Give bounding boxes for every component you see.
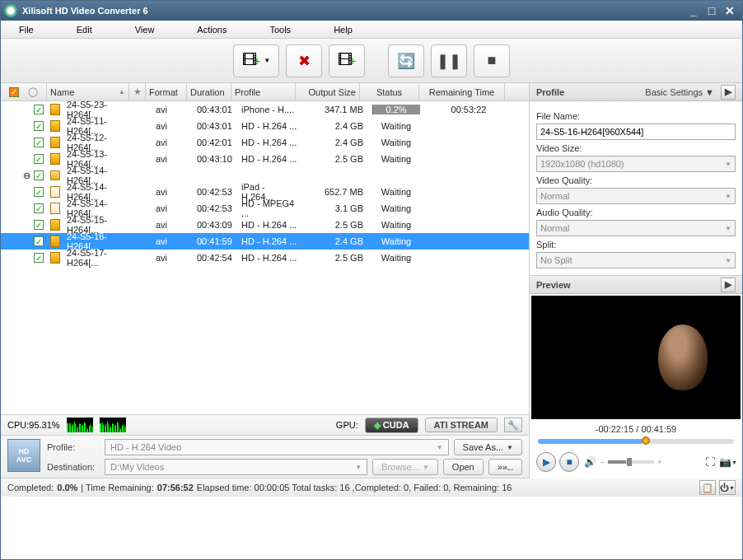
row-checkbox[interactable]: ✓ xyxy=(34,105,44,114)
gpu-ati-badge[interactable]: ATI STREAM xyxy=(425,418,498,432)
table-row[interactable]: ✓24-S5-12-H264[...avi00:42:01HD - H.264 … xyxy=(1,134,529,151)
cell-star xyxy=(136,151,152,167)
row-checkbox[interactable]: ✓ xyxy=(34,170,44,180)
row-checkbox[interactable]: ✓ xyxy=(34,236,44,246)
remove-button[interactable]: ✖ xyxy=(286,44,322,77)
cell-duration: 00:42:54 xyxy=(194,250,238,266)
col-duration[interactable]: Duration xyxy=(187,83,231,100)
cell-status: 0.2% xyxy=(367,101,426,118)
videosize-select[interactable]: 1920x1080 (hd1080) xyxy=(536,156,736,172)
stop-preview-button[interactable]: ■ xyxy=(559,452,579,472)
table-row[interactable]: ✓24-S5-23-H264[...avi00:43:01iPhone - H.… xyxy=(1,101,529,118)
tree-toggle[interactable]: ⊖ xyxy=(22,170,30,181)
stop-button[interactable]: ■ xyxy=(474,44,510,77)
cell-name: 24-S5-14-H264[... xyxy=(63,184,136,200)
skip-button[interactable]: »»⎵ xyxy=(488,459,522,475)
cell-format: avi xyxy=(152,101,194,118)
pause-button[interactable]: ❚❚ xyxy=(431,44,467,77)
cell-name: 24-S5-17-H264[... xyxy=(63,250,136,266)
table-row[interactable]: ✓24-S5-14-H264[...avi00:42:53HD - MPEG4 … xyxy=(1,200,529,217)
table-row[interactable]: ✓24-S5-16-H264[...avi00:41:59HD - H.264 … xyxy=(1,233,529,250)
profile-select[interactable]: HD - H.264 Video xyxy=(105,439,449,455)
cell-name: 24-S5-13-H264[... xyxy=(63,151,136,167)
row-checkbox[interactable]: ✓ xyxy=(34,253,44,263)
cell-star xyxy=(136,184,152,200)
close-button[interactable]: ✕ xyxy=(721,3,739,18)
col-star[interactable]: ★ xyxy=(129,83,146,100)
seek-slider[interactable] xyxy=(538,439,734,444)
col-status[interactable]: Status xyxy=(360,83,419,100)
shutdown-button[interactable]: ⏻▼ xyxy=(719,480,736,495)
cell-status xyxy=(367,167,426,184)
row-checkbox[interactable]: ✓ xyxy=(34,220,44,230)
row-checkbox[interactable]: ✓ xyxy=(34,121,44,131)
output-panel: HDAVC Profile: HD - H.264 Video Save As.… xyxy=(1,436,529,478)
table-row[interactable]: ✓24-S5-17-H264[...avi00:42:54HD - H.264 … xyxy=(1,250,529,266)
select-all-checkbox[interactable]: ✓ xyxy=(9,87,19,97)
filename-input[interactable] xyxy=(536,124,736,140)
settings-button[interactable]: 🔧 xyxy=(504,418,522,432)
destination-label: Destination: xyxy=(47,462,100,472)
row-checkbox[interactable]: ✓ xyxy=(34,154,44,164)
menu-edit[interactable]: Edit xyxy=(72,23,97,36)
convert-button[interactable]: 🔄 xyxy=(388,44,424,77)
audioquality-select[interactable]: Normal xyxy=(536,220,736,236)
snapshot-button[interactable]: 📷▼ xyxy=(721,455,736,469)
profile-expand-button[interactable]: ▶ xyxy=(721,85,736,100)
browse-button[interactable]: Browse...▼ xyxy=(372,459,438,475)
menu-help[interactable]: Help xyxy=(329,23,357,36)
table-row[interactable]: ⊖✓24-S5-14-H264[... xyxy=(1,167,529,184)
table-row[interactable]: ✓24-S5-13-H264[...avi00:43:10HD - H.264 … xyxy=(1,151,529,167)
video-preview[interactable] xyxy=(531,296,741,419)
volume-slider[interactable] xyxy=(608,460,654,464)
row-checkbox[interactable]: ✓ xyxy=(34,187,44,197)
cell-size: 3.1 GB xyxy=(302,200,367,217)
row-checkbox[interactable]: ✓ xyxy=(34,138,44,147)
menu-file[interactable]: File xyxy=(14,23,39,36)
volume-icon[interactable]: 🔊 xyxy=(582,455,597,469)
add-output-button[interactable]: 🎞+ xyxy=(329,44,365,77)
maximize-button[interactable]: □ xyxy=(703,3,721,18)
cell-profile xyxy=(238,167,302,184)
cell-profile: iPad - H.264... xyxy=(238,184,302,200)
cell-name: 24-S5-15-H264[... xyxy=(63,217,136,233)
cell-format: avi xyxy=(152,151,194,167)
status-completed-label: Completed: xyxy=(7,483,54,492)
film-icon xyxy=(50,153,60,165)
videoquality-select[interactable]: Normal xyxy=(536,188,736,204)
add-file-button[interactable]: 🎞+ ▼ xyxy=(233,44,279,77)
table-row[interactable]: ✓24-S5-15-H264[...avi00:43:09HD - H.264 … xyxy=(1,217,529,233)
col-format[interactable]: Format xyxy=(146,83,187,100)
open-button[interactable]: Open xyxy=(443,459,484,475)
col-name[interactable]: Name▲ xyxy=(47,83,129,100)
menu-view[interactable]: View xyxy=(130,23,160,36)
file-list[interactable]: ✓24-S5-23-H264[...avi00:43:01iPhone - H.… xyxy=(1,101,529,414)
cpu-label: CPU:95.31% xyxy=(7,420,60,430)
fullscreen-button[interactable]: ⛶ xyxy=(703,455,717,469)
cell-format: avi xyxy=(152,184,194,200)
basic-settings-dropdown[interactable]: Basic Settings ▼ xyxy=(642,87,717,97)
col-output-size[interactable]: Output Size xyxy=(296,83,360,100)
cell-name: 24-S5-12-H264[... xyxy=(63,134,136,151)
minimize-button[interactable]: _ xyxy=(685,3,703,18)
row-checkbox[interactable]: ✓ xyxy=(34,203,44,213)
preview-expand-button[interactable]: ▶ xyxy=(721,278,736,292)
cell-format: avi xyxy=(152,200,194,217)
gpu-cuda-badge[interactable]: ◆ CUDA xyxy=(365,418,418,433)
app-title: Xilisoft HD Video Converter 6 xyxy=(22,6,685,16)
menu-tools[interactable]: Tools xyxy=(264,23,296,36)
table-row[interactable]: ✓24-S5-11-H264[...avi00:43:01HD - H.264 … xyxy=(1,118,529,134)
log-button[interactable]: 📋 xyxy=(699,480,716,495)
audioquality-label: Audio Quality: xyxy=(536,208,736,217)
split-select[interactable]: No Split xyxy=(536,252,736,268)
play-button[interactable]: ▶ xyxy=(536,452,556,472)
cell-size xyxy=(302,167,367,184)
cpu-graph-1 xyxy=(67,418,93,432)
col-profile[interactable]: Profile xyxy=(231,83,296,100)
menu-actions[interactable]: Actions xyxy=(192,23,231,36)
table-row[interactable]: ✓24-S5-14-H264[...avi00:42:53iPad - H.26… xyxy=(1,184,529,200)
saveas-button[interactable]: Save As...▼ xyxy=(454,439,522,455)
destination-select[interactable]: D:\My Videos xyxy=(105,459,367,475)
col-remaining[interactable]: Remaining Time xyxy=(419,83,505,100)
cell-size: 2.5 GB xyxy=(302,250,367,266)
